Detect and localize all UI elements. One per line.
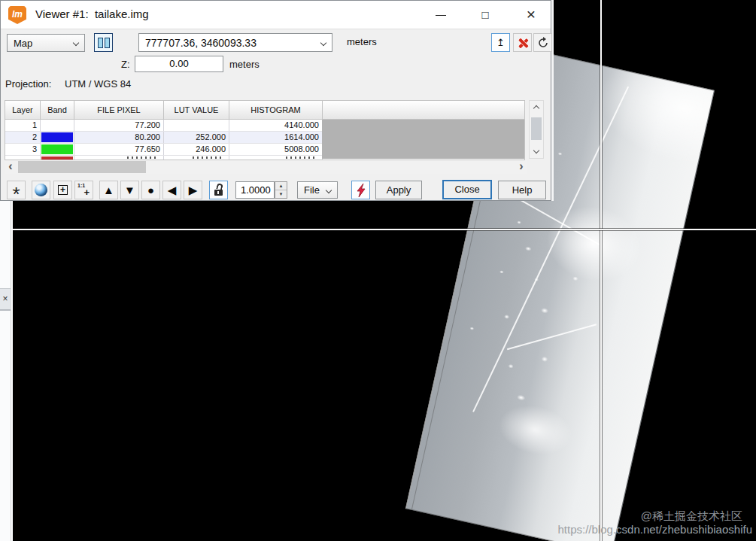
refresh-button[interactable] <box>533 33 552 52</box>
auto-apply-button[interactable] <box>351 181 370 199</box>
header-file-pixel[interactable]: FILE PIXEL <box>74 101 164 119</box>
band-swatch <box>41 157 73 160</box>
title-bar[interactable]: Im Viewer #1: tailake.img □ × <box>1 1 551 29</box>
triangle-left-icon: ◀ <box>168 184 177 196</box>
histogram-display-area <box>322 120 524 159</box>
projection-label: Projection: <box>5 78 51 90</box>
globe-icon <box>35 184 47 196</box>
cell-histogram: 5008.000 <box>229 144 323 155</box>
header-band[interactable]: Band <box>41 101 74 119</box>
table-vertical-scrollbar[interactable] <box>529 100 544 159</box>
chevron-down-icon <box>320 40 326 46</box>
file-dropdown-value: File <box>304 184 320 196</box>
header-layer[interactable]: Layer <box>5 101 41 119</box>
viewer-split-line-horizontal[interactable] <box>13 229 756 230</box>
center-point-button[interactable]: ● <box>141 181 160 199</box>
header-lut-value[interactable]: LUT VALUE <box>164 101 229 119</box>
move-left-button[interactable]: ◀ <box>162 181 181 199</box>
inquire-cursor-button[interactable]: ↥ <box>491 33 510 52</box>
file-dropdown[interactable]: File <box>297 181 338 199</box>
map-mode-dropdown[interactable]: Map <box>7 34 85 52</box>
scale-value-field[interactable]: 1.0000 <box>235 181 275 199</box>
header-histogram[interactable]: HISTOGRAM <box>229 101 323 119</box>
scale-stepper[interactable]: ▴ ▾ <box>275 181 287 199</box>
cell-lut-value: 252.000 <box>164 132 229 143</box>
red-x-icon <box>518 38 527 47</box>
scroll-down-icon[interactable] <box>533 147 539 153</box>
inquire-cursor-icon: ↥ <box>496 37 505 48</box>
band-color-swatch <box>41 156 74 160</box>
viewer-dialog-window: Im Viewer #1: tailake.img □ × Map 777707… <box>0 0 551 201</box>
lightning-icon <box>355 183 367 198</box>
table-header-row: Layer Band FILE PIXEL LUT VALUE HISTOGRA… <box>5 101 524 120</box>
refresh-icon <box>537 37 549 49</box>
maximize-button[interactable]: □ <box>469 1 502 29</box>
band-swatch <box>41 132 73 142</box>
flash-cursor-button[interactable]: * <box>7 181 26 199</box>
split-view-button[interactable] <box>94 33 113 52</box>
plus-icon: + <box>83 187 90 198</box>
viewer-split-line-vertical[interactable] <box>600 0 602 541</box>
scroll-left-icon[interactable]: ‹ <box>5 160 17 174</box>
cell-layer: 1 <box>5 120 41 131</box>
cell-histogram <box>229 156 323 160</box>
move-down-button[interactable]: ▼ <box>120 181 139 199</box>
scrollbar-thumb[interactable] <box>18 161 146 173</box>
cell-histogram: 1614.000 <box>229 132 323 143</box>
asterisk-icon: * <box>12 183 20 205</box>
scroll-right-icon[interactable]: › <box>515 160 527 174</box>
band-swatch <box>41 144 73 154</box>
cell-file-pixel: 77.200 <box>74 120 164 131</box>
band-color-swatch <box>41 120 74 131</box>
square-plus-icon: + <box>58 185 68 195</box>
cell-layer: 2 <box>5 132 41 143</box>
move-right-button[interactable]: ▶ <box>184 181 202 199</box>
delete-button[interactable] <box>513 33 532 52</box>
spin-up-icon[interactable]: ▴ <box>275 182 287 190</box>
cell-layer: 3 <box>5 144 41 155</box>
split-panes-icon <box>105 38 110 48</box>
cell-lut-value <box>164 156 229 160</box>
cell-file-pixel <box>74 156 164 160</box>
apply-button[interactable]: Apply <box>375 181 422 199</box>
split-panes-icon <box>98 38 103 48</box>
unlock-icon <box>214 190 223 196</box>
z-value-field[interactable]: 0.00 <box>135 56 223 72</box>
cell-lut-value: 246.000 <box>164 144 229 155</box>
chevron-down-icon <box>73 40 79 46</box>
units-label: meters <box>347 36 377 47</box>
band-swatch <box>41 120 73 130</box>
google-earth-button[interactable] <box>32 181 50 199</box>
cell-file-pixel: 77.650 <box>74 144 164 155</box>
center-view-button[interactable]: + <box>53 181 72 199</box>
window-title: Viewer #1: tailake.img <box>35 8 149 20</box>
help-button[interactable]: Help <box>498 181 546 199</box>
screen: × @稀土掘金技术社区 https://blog.csdn.net/zhebus… <box>0 0 756 541</box>
close-button[interactable]: Close <box>442 180 492 199</box>
clipped-digits <box>286 157 317 159</box>
coordinate-dropdown[interactable]: 777707.36, 3460093.33 <box>138 33 332 52</box>
cell-file-pixel: 80.200 <box>74 132 164 143</box>
minimize-button[interactable] <box>424 1 457 29</box>
close-window-button[interactable]: × <box>514 1 548 29</box>
scrollbar-thumb[interactable] <box>531 117 542 140</box>
spin-down-icon[interactable]: ▾ <box>275 190 287 199</box>
triangle-right-icon: ▶ <box>189 184 198 196</box>
clipped-digits <box>193 157 224 159</box>
move-up-button[interactable]: ▲ <box>99 181 118 199</box>
one-to-one-zoom-button[interactable]: 1:1 + <box>74 181 93 199</box>
z-units-label: meters <box>229 59 260 70</box>
band-color-swatch <box>41 132 74 143</box>
cell-histogram: 4140.000 <box>229 120 323 131</box>
table-horizontal-scrollbar[interactable]: ‹ › <box>5 160 527 174</box>
watermark-community: @稀土掘金技术社区 <box>641 509 742 524</box>
side-panel-close-button[interactable]: × <box>0 288 11 311</box>
z-label: Z: <box>121 59 130 70</box>
minimize-icon <box>436 15 446 16</box>
cell-lut-value <box>164 120 229 131</box>
band-color-swatch <box>41 144 74 155</box>
circle-icon: ● <box>147 184 154 196</box>
scroll-up-icon[interactable] <box>533 105 539 111</box>
coordinate-value: 777707.36, 3460093.33 <box>145 37 257 49</box>
lock-toggle-button[interactable] <box>209 181 228 199</box>
